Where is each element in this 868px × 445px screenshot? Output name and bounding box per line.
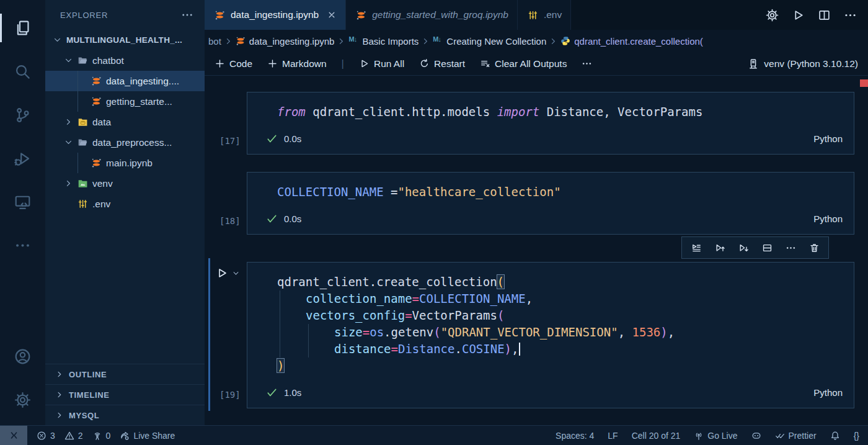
activity-bottom (0, 335, 45, 425)
indent-guide (280, 341, 280, 357)
activity-item-search[interactable] (0, 50, 45, 93)
chev-right-icon (64, 117, 73, 127)
toolbar-button-more[interactable] (582, 58, 592, 69)
sidebar-section-outline[interactable]: OUTLINE (45, 364, 205, 384)
breadcrumb-item-4[interactable]: M↓Creating New Collection (433, 36, 546, 47)
activity-item-account[interactable] (0, 335, 45, 378)
status-bell[interactable] (830, 431, 840, 441)
sidebar-section-timeline[interactable]: TIMELINE (45, 384, 205, 405)
run-icon[interactable] (792, 9, 805, 22)
toolbar-button-restart[interactable]: Restart (419, 58, 465, 70)
status-bar: 320Live Share Spaces: 4LFCell 20 of 21Go… (0, 425, 868, 445)
cell-gutter: [18] (205, 172, 247, 235)
gear-icon (14, 392, 31, 408)
execute-below-button[interactable] (734, 239, 753, 256)
status-prettier[interactable]: Prettier (775, 431, 817, 441)
tab-data-ingesting-ipynb[interactable]: data_ingesting.ipynb (205, 0, 346, 30)
tree-item-main-ipynb[interactable]: main.ipynb (45, 153, 205, 173)
folder-venv-icon (78, 178, 88, 189)
status-label: LF (608, 431, 618, 441)
activity-item-debug[interactable] (0, 137, 45, 180)
breadcrumb-item-1[interactable]: bot (208, 36, 221, 47)
tree-root-folder[interactable]: MULTILINGUAL_HEALTH_... (45, 30, 205, 50)
code-token: , (618, 325, 632, 339)
tab-close-icon[interactable] (327, 10, 337, 20)
status-spaces-4[interactable]: Spaces: 4 (556, 431, 594, 441)
status-0[interactable]: 0 (92, 431, 111, 441)
jupyter-icon (91, 96, 102, 107)
status-lf[interactable]: LF (608, 431, 618, 441)
toolbar-button-code[interactable]: Code (215, 58, 252, 70)
code-token: 1536 (632, 325, 661, 339)
activity-item-files[interactable] (0, 6, 45, 50)
tab-getting-started-with-groq-ipynb[interactable]: getting_started_with_groq.ipynb (346, 0, 518, 30)
tree-item-data-ingesting-[interactable]: data_ingesting.... (45, 71, 205, 91)
cell-language-picker[interactable]: Python (813, 214, 843, 224)
tree-item-venv[interactable]: venv (45, 173, 205, 194)
sidebar-section-mysql[interactable]: MYSQL (45, 405, 205, 425)
run-icon (216, 267, 228, 279)
status-{}[interactable]: {} (854, 431, 859, 441)
toolbar-button-label: Markdown (282, 58, 327, 70)
status-3[interactable]: 3 (37, 431, 55, 441)
activity-item-more[interactable] (0, 223, 45, 267)
breadcrumb-label: qdrant_client.create_collection( (574, 36, 703, 47)
activity-bar (0, 0, 45, 425)
kernel-picker[interactable]: venv (Python 3.10.12) (748, 58, 858, 70)
tab--env[interactable]: .env (518, 0, 571, 30)
notebook-toolbar: CodeMarkdown|Run AllRestartClear All Out… (205, 52, 868, 76)
breadcrumb-item-3[interactable]: M↓Basic Imports (348, 36, 418, 47)
split-icon[interactable] (818, 9, 831, 22)
status-copilot[interactable] (751, 431, 761, 441)
code-token: size (334, 325, 363, 339)
cell-language-picker[interactable]: Python (813, 133, 843, 144)
tree-indent-guide (78, 71, 78, 91)
cell-language-picker[interactable]: Python (813, 387, 843, 398)
error-icon (37, 431, 46, 441)
status-live-share[interactable]: Live Share (120, 431, 175, 441)
remote-indicator[interactable] (0, 426, 27, 445)
status-cell-20-of-21[interactable]: Cell 20 of 21 (632, 431, 681, 441)
run-icon (359, 58, 370, 69)
code-token: getenv (391, 325, 434, 339)
run-cell-button[interactable] (216, 267, 240, 279)
explorer-more-actions-icon[interactable] (181, 9, 193, 21)
cell-code-editor[interactable]: qdrant_client.create_collection(collecti… (247, 263, 854, 380)
tree-item-data-preprocess-[interactable]: data_preprocess... (45, 132, 205, 153)
toolbar-button-clear-all-outputs[interactable]: Clear All Outputs (480, 58, 567, 70)
code-token: ( (497, 275, 504, 289)
cell-code-editor[interactable]: from qdrant_client.http.models import Di… (247, 92, 854, 127)
status-label: Cell 20 of 21 (632, 431, 681, 441)
tree-item-getting-starte-[interactable]: getting_starte... (45, 91, 205, 112)
kernel-icon (748, 58, 759, 70)
status-label: Prettier (789, 431, 817, 441)
toolbar-button-markdown[interactable]: Markdown (267, 58, 327, 70)
execution-count: [17] (219, 136, 241, 146)
activity-item-scm[interactable] (0, 93, 45, 137)
tree-item-label: chatbot (92, 55, 124, 66)
prettier-icon (775, 431, 785, 441)
status-go-live[interactable]: Go Live (694, 431, 737, 441)
search-icon (14, 63, 31, 80)
toolbar-button-run-all[interactable]: Run All (359, 58, 404, 70)
activity-item-gear[interactable] (0, 378, 45, 421)
tree-item-data[interactable]: data (45, 112, 205, 132)
delete-cell-button[interactable] (805, 239, 823, 256)
tree-item--env[interactable]: .env (45, 194, 205, 214)
more-icon[interactable] (844, 9, 857, 22)
status-2[interactable]: 2 (64, 431, 83, 441)
code-token: distance (334, 342, 391, 356)
code-token: collection_name (306, 292, 412, 305)
folder-open-icon (78, 137, 88, 148)
execute-above-button[interactable] (711, 239, 729, 256)
execute-cells-button[interactable] (687, 239, 706, 256)
gear-icon[interactable] (766, 9, 779, 22)
split-cell-button[interactable] (758, 239, 776, 256)
breadcrumb-item-5[interactable]: qdrant_client.create_collection( (560, 36, 703, 47)
tree-item-label: venv (92, 178, 113, 189)
tree-item-chatbot[interactable]: chatbot (45, 50, 205, 71)
more-actions-button[interactable] (781, 239, 800, 256)
activity-item-remote-explorer[interactable] (0, 180, 45, 223)
cell-code-editor[interactable]: COLLECTION_NAME ="healthcare_collection" (247, 173, 854, 207)
breadcrumb-item-2[interactable]: data_ingesting.ipynb (236, 36, 335, 47)
